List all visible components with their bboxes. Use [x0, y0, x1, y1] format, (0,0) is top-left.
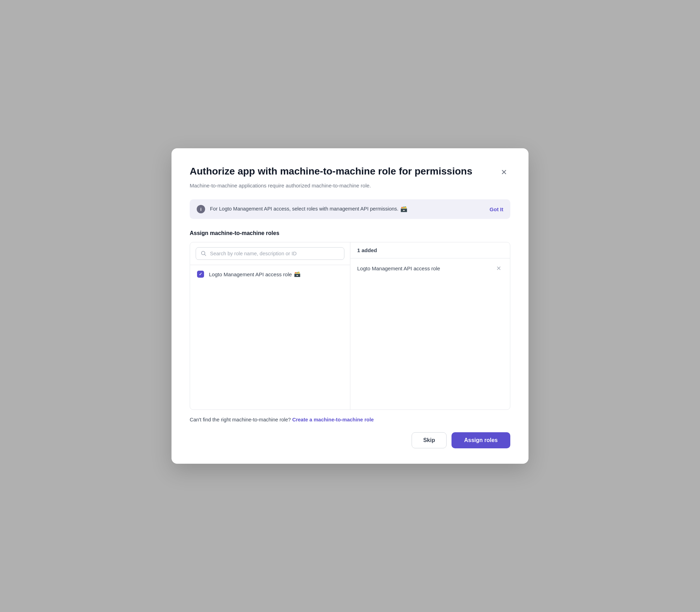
info-emoji: 🗃️: [400, 205, 407, 213]
modal-overlay: Authorize app with machine-to-machine ro…: [0, 0, 700, 612]
assign-button[interactable]: Assign roles: [451, 432, 510, 448]
left-panel: ✓ Logto Management API access role 🗃️: [190, 242, 350, 410]
info-banner: i For Logto Management API access, selec…: [190, 199, 510, 219]
list-item[interactable]: ✓ Logto Management API access role 🗃️: [190, 265, 350, 283]
info-banner-text: For Logto Management API access, select …: [210, 205, 485, 213]
remove-icon: [496, 265, 502, 271]
section-label: Assign machine-to-machine roles: [190, 230, 510, 236]
search-box: [196, 247, 344, 260]
right-panel-list: Logto Management API access role: [350, 258, 510, 410]
create-role-link[interactable]: Create a machine-to-machine role: [292, 417, 374, 422]
modal-title: Authorize app with machine-to-machine ro…: [190, 165, 472, 178]
dual-panel: ✓ Logto Management API access role 🗃️ 1 …: [190, 242, 510, 410]
checkbox-checked[interactable]: ✓: [197, 271, 204, 278]
search-input[interactable]: [210, 251, 339, 256]
modal-actions: Skip Assign roles: [190, 432, 510, 448]
search-container: [190, 242, 350, 265]
added-count: 1 added: [350, 242, 510, 258]
info-icon: i: [197, 205, 205, 213]
footer-text: Can't find the right machine-to-machine …: [190, 417, 510, 422]
item-emoji: 🗃️: [294, 271, 301, 277]
remove-button[interactable]: [495, 264, 503, 272]
checkmark-icon: ✓: [199, 272, 202, 277]
close-button[interactable]: [498, 166, 510, 178]
modal-subtitle: Machine-to-machine applications require …: [190, 182, 510, 190]
right-panel: 1 added Logto Management API access role: [350, 242, 510, 410]
right-list-item: Logto Management API access role: [350, 258, 510, 278]
right-item-label: Logto Management API access role: [357, 265, 440, 271]
close-icon: [500, 169, 507, 176]
left-panel-list: ✓ Logto Management API access role 🗃️: [190, 265, 350, 410]
modal-header: Authorize app with machine-to-machine ro…: [190, 165, 510, 178]
got-it-button[interactable]: Got It: [490, 206, 503, 212]
search-icon: [201, 251, 206, 256]
skip-button[interactable]: Skip: [412, 432, 447, 448]
modal-dialog: Authorize app with machine-to-machine ro…: [172, 148, 528, 464]
item-label: Logto Management API access role 🗃️: [209, 271, 301, 277]
